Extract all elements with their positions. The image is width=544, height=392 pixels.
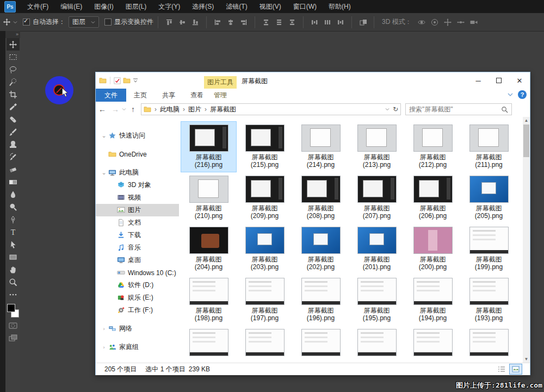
nav-item-快速访问[interactable]: ⌄快速访问 <box>96 129 179 142</box>
menu-item[interactable]: 文件(F) <box>21 0 54 13</box>
maximize-button[interactable] <box>489 72 509 89</box>
menu-item[interactable]: 窗口(W) <box>287 0 323 13</box>
file-item[interactable]: 屏幕截图(206).png <box>405 172 461 223</box>
file-item[interactable]: 屏幕截图(208).png <box>293 172 349 223</box>
address-dropdown-chevron-icon[interactable] <box>385 107 390 111</box>
screen-mode-button[interactable] <box>7 332 20 344</box>
toolbar-collapse-icon[interactable]: » <box>5 31 20 38</box>
tool-marquee-icon[interactable] <box>7 51 20 63</box>
ribbon-expand-chevron-icon[interactable] <box>507 92 514 97</box>
menu-item[interactable]: 图像(I) <box>88 0 119 13</box>
align-right-icon[interactable] <box>238 17 249 28</box>
tool-zoom-icon[interactable] <box>7 276 20 288</box>
nav-item-娱乐 (E:)[interactable]: 娱乐 (E:) <box>96 291 179 304</box>
file-item[interactable]: 屏幕截图(200).png <box>405 223 461 275</box>
back-button[interactable]: ← <box>98 105 106 114</box>
qat-customize-chevron-icon[interactable] <box>133 78 138 83</box>
forward-button[interactable]: → <box>112 105 119 114</box>
menu-item[interactable]: 视图(V) <box>254 0 287 13</box>
nav-item-家庭组[interactable]: ›家庭组 <box>96 341 179 353</box>
tool-gradient-icon[interactable] <box>7 176 20 188</box>
3d-pan-icon[interactable] <box>442 17 453 28</box>
expand-chevron-icon[interactable]: › <box>101 345 107 350</box>
tool-history-icon[interactable] <box>7 151 20 163</box>
scrollbar-thumb[interactable] <box>523 125 529 157</box>
nav-item-网络[interactable]: ›网络 <box>96 322 179 335</box>
align-middle-icon[interactable] <box>177 17 188 28</box>
help-button[interactable]: ? <box>518 90 527 99</box>
tool-pen-icon[interactable] <box>7 213 20 226</box>
tool-eraser-icon[interactable] <box>7 163 20 176</box>
tool-blur-icon[interactable] <box>7 188 20 201</box>
auto-select-checkbox[interactable] <box>23 18 30 26</box>
tool-more-icon[interactable] <box>7 288 20 301</box>
tool-pathselect-icon[interactable] <box>7 238 20 251</box>
expand-chevron-icon[interactable]: ⌄ <box>101 132 107 139</box>
up-button[interactable]: ↑ <box>131 105 135 114</box>
file-item[interactable]: 屏幕截图(216).png <box>181 121 237 172</box>
align-bottom-icon[interactable] <box>190 17 201 28</box>
file-item[interactable]: 屏幕截图(210).png <box>181 172 237 223</box>
file-item[interactable]: 屏幕截图(201).png <box>349 223 405 275</box>
nav-item-文档[interactable]: 文档 <box>96 216 179 229</box>
tool-hand-icon[interactable] <box>7 263 20 276</box>
file-item[interactable] <box>293 326 349 363</box>
properties-check-icon[interactable] <box>114 77 121 84</box>
preset-chevron-icon[interactable] <box>13 20 17 24</box>
tool-eyedropper-icon[interactable] <box>7 101 20 113</box>
tool-move-icon[interactable] <box>7 38 20 51</box>
search-icon[interactable] <box>501 106 508 113</box>
menu-item[interactable]: 选择(S) <box>186 0 220 13</box>
3d-rotate-icon[interactable] <box>416 17 427 28</box>
file-item[interactable]: 屏幕截图(211).png <box>461 121 517 172</box>
file-item[interactable] <box>349 326 405 363</box>
tab-home[interactable]: 主页 <box>126 89 154 102</box>
dist-center-icon[interactable] <box>322 17 333 28</box>
file-item[interactable]: 屏幕截图(207).png <box>349 172 405 223</box>
dist-middle-icon[interactable] <box>274 17 285 28</box>
nav-item-OneDrive[interactable]: OneDrive <box>96 148 179 160</box>
auto-align-icon[interactable] <box>357 17 368 28</box>
scroll-down-arrow[interactable]: ▼ <box>523 356 530 363</box>
align-left-icon[interactable] <box>212 17 223 28</box>
foreground-background-swatches[interactable] <box>7 303 20 319</box>
details-view-button[interactable] <box>495 364 508 375</box>
move-tool-preset-icon[interactable] <box>1 17 12 28</box>
auto-select-target-dropdown[interactable]: 图层 <box>69 16 99 28</box>
quick-mask-button[interactable] <box>7 319 20 332</box>
breadcrumb-item-pictures[interactable]: 图片 <box>188 105 201 114</box>
minimize-button[interactable]: ─ <box>468 72 489 89</box>
nav-item-下载[interactable]: 下载 <box>96 229 179 241</box>
tool-type-icon[interactable]: T <box>7 226 20 238</box>
vertical-scrollbar[interactable]: ▲ ▼ <box>523 117 530 363</box>
file-item[interactable]: 屏幕截图(197).png <box>237 275 293 326</box>
3d-slide-icon[interactable] <box>455 17 466 28</box>
expand-chevron-icon[interactable]: › <box>101 326 107 332</box>
file-item[interactable]: 屏幕截图(198).png <box>181 275 237 326</box>
dist-right-icon[interactable] <box>335 17 346 28</box>
file-item[interactable]: 屏幕截图(209).png <box>237 172 293 223</box>
file-item[interactable]: 屏幕截图(205).png <box>461 172 517 223</box>
align-top-icon[interactable] <box>164 17 175 28</box>
nav-item-视频[interactable]: 视频 <box>96 191 179 204</box>
tab-manage[interactable]: 管理 <box>204 89 237 102</box>
file-item[interactable]: 屏幕截图(212).png <box>405 121 461 172</box>
tool-dodge-icon[interactable] <box>7 201 20 213</box>
file-item[interactable] <box>237 326 293 363</box>
menu-item[interactable]: 编辑(E) <box>54 0 88 13</box>
align-center-icon[interactable] <box>225 17 236 28</box>
file-item[interactable]: 屏幕截图(199).png <box>461 223 517 275</box>
nav-item-工作 (F:)[interactable]: 工作 (F:) <box>96 304 179 316</box>
tab-file[interactable]: 文件 <box>96 89 126 102</box>
expand-chevron-icon[interactable]: ⌄ <box>101 169 107 176</box>
menu-item[interactable]: 图层(L) <box>120 0 153 13</box>
history-chevron-icon[interactable] <box>122 107 126 111</box>
show-transform-checkbox[interactable] <box>104 18 112 26</box>
file-item[interactable]: 屏幕截图(196).png <box>293 275 349 326</box>
file-item[interactable]: 屏幕截图(203).png <box>237 223 293 275</box>
tab-share[interactable]: 共享 <box>154 89 183 102</box>
file-item[interactable]: 屏幕截图(193).png <box>461 275 517 326</box>
nav-item-音乐[interactable]: 音乐 <box>96 241 179 254</box>
file-item[interactable] <box>461 326 517 363</box>
tool-healing-icon[interactable] <box>7 113 20 126</box>
